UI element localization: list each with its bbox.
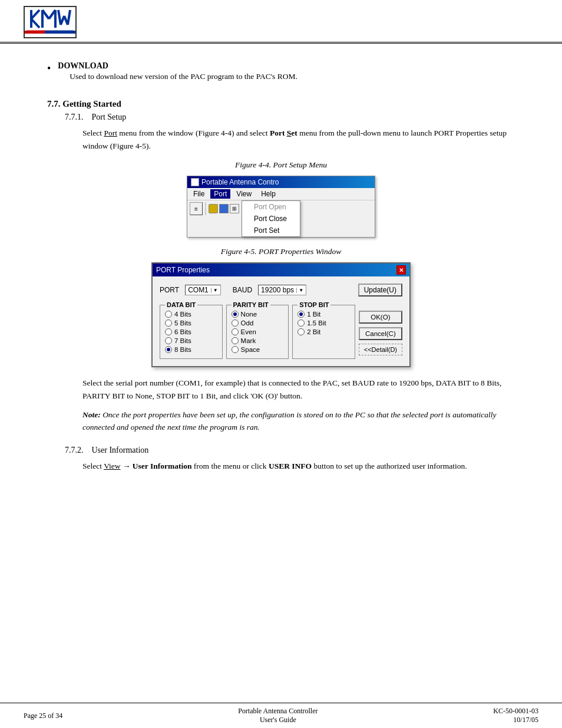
main-content: • DOWNLOAD Used to download new version … xyxy=(0,44,562,490)
radio-4bits-circle[interactable] xyxy=(165,311,172,318)
radio-mark-label: Mark xyxy=(241,337,256,344)
port-label: PORT xyxy=(160,286,179,294)
stop-bit-legend: STOP BIT xyxy=(297,301,330,308)
radio-2bit-circle[interactable] xyxy=(297,328,305,335)
radio-odd-circle[interactable] xyxy=(232,319,239,327)
port-close-btn[interactable]: ✕ xyxy=(396,265,406,275)
menu-bar: File Port View Help xyxy=(187,188,375,200)
download-section: • DOWNLOAD Used to download new version … xyxy=(47,61,515,83)
menu-port-open: Port Open xyxy=(242,201,300,213)
menu-port-set[interactable]: Port Set xyxy=(242,225,300,236)
radio-1bit: 1 Bit xyxy=(297,311,350,318)
radio-5bits-label: 5 Bits xyxy=(174,319,191,327)
menu-port-close[interactable]: Port Close xyxy=(242,213,300,225)
figure-4-4-caption: Figure 4-4. Port Setup Menu xyxy=(47,160,515,170)
radio-7bits: 7 Bits xyxy=(165,337,217,344)
menu-file[interactable]: File xyxy=(190,189,208,199)
baud-label: BAUD xyxy=(233,286,252,294)
detail-button[interactable]: <<Detail(D) xyxy=(359,344,402,355)
stop-bit-group: STOP BIT 1 Bit 1.5 Bit xyxy=(292,305,355,359)
radio-odd-label: Odd xyxy=(241,319,254,327)
subsection-label-7-7-2: 7.7.2. xyxy=(65,446,84,454)
svg-line-10 xyxy=(68,10,70,25)
subsection-7-7-2: 7.7.2. User Information xyxy=(65,446,515,455)
ok-button[interactable]: OK(O) xyxy=(359,311,402,324)
radio-even-label: Even xyxy=(241,328,256,335)
radio-6bits-circle[interactable] xyxy=(165,328,172,335)
radio-space-label: Space xyxy=(241,346,260,353)
radio-2bit-label: 2 Bit xyxy=(307,328,320,335)
baud-arrow: ▼ xyxy=(296,288,303,293)
footer-right: KC-50-0001-03 10/17/05 xyxy=(493,707,538,724)
radio-space-circle[interactable] xyxy=(232,346,239,353)
radio-1-5bit-label: 1.5 Bit xyxy=(307,319,326,327)
user-info-bold: User Information xyxy=(133,462,192,470)
radio-mark-circle[interactable] xyxy=(232,337,239,344)
radio-7bits-circle[interactable] xyxy=(165,337,172,344)
note-label: Note: xyxy=(82,410,101,419)
figure-4-4-screenshot: ▣ Portable Antenna Contro File Port View… xyxy=(47,176,515,238)
radio-1bit-circle[interactable] xyxy=(297,311,305,318)
radio-6bits-label: 6 Bits xyxy=(174,328,191,335)
radio-1-5bit-circle[interactable] xyxy=(297,319,305,327)
user-info-body: Select View → User Information from the … xyxy=(82,460,515,473)
radio-none-circle[interactable] xyxy=(232,311,239,318)
bullet-desc: Used to download new version of the PAC … xyxy=(70,72,297,81)
baud-select[interactable]: 19200 bps ▼ xyxy=(258,285,306,295)
radio-4bits-label: 4 Bits xyxy=(174,311,191,318)
menu-view[interactable]: View xyxy=(233,189,255,199)
radio-none-label: None xyxy=(241,311,257,318)
port-title-bar: PORT Properties ✕ xyxy=(153,263,409,276)
section-7-7: 7.7. Getting Started 7.7.1. Port Setup S… xyxy=(47,99,515,472)
toolbar-icon-blue xyxy=(219,204,229,213)
bullet-title: DOWNLOAD xyxy=(58,61,108,70)
radio-none: None xyxy=(232,311,284,318)
bullet-item-download: • DOWNLOAD Used to download new version … xyxy=(47,61,515,83)
logo-text xyxy=(27,7,74,37)
port-value: COM1 xyxy=(188,286,209,294)
footer-center-line2: User's Guide xyxy=(238,716,318,724)
port-right-buttons: OK(O) Cancel(C) <<Detail(D) xyxy=(359,305,402,355)
radio-8bits-label: 8 Bits xyxy=(174,346,191,353)
user-info-btn-bold: USER INFO xyxy=(269,462,312,470)
menu-window-title: Portable Antenna Contro xyxy=(201,178,279,186)
figure-4-5-caption: Figure 4-5. PORT Properties Window xyxy=(47,247,515,256)
menu-title-bar: ▣ Portable Antenna Contro xyxy=(187,176,375,188)
radio-1bit-label: 1 Bit xyxy=(307,311,320,318)
radio-6bits: 6 Bits xyxy=(165,328,217,335)
view-underline: View xyxy=(104,462,120,470)
footer-left: Page 25 of 34 xyxy=(24,711,62,720)
radio-even-circle[interactable] xyxy=(232,328,239,335)
port-setup-intro: Select Port menu from the window (Figure… xyxy=(82,127,515,152)
menu-window: ▣ Portable Antenna Contro File Port View… xyxy=(187,176,375,238)
toolbar-btn-1[interactable]: ≡ xyxy=(190,202,203,215)
port-groups: DATA BIT 4 Bits 5 Bits xyxy=(160,305,355,359)
port-window-title: PORT Properties xyxy=(156,266,210,274)
radio-mark: Mark xyxy=(232,337,284,344)
radio-space: Space xyxy=(232,346,284,353)
footer-center: Portable Antenna Controller User's Guide xyxy=(238,707,318,724)
menu-help[interactable]: Help xyxy=(257,189,279,199)
cancel-button[interactable]: Cancel(C) xyxy=(359,327,402,340)
bullet-dot: • xyxy=(47,61,51,76)
baud-value: 19200 bps xyxy=(261,286,294,294)
radio-8bits: 8 Bits xyxy=(165,346,217,353)
note-text: Note: Once the port properties have been… xyxy=(82,409,515,434)
subsection-title-7-7-2: User Information xyxy=(92,446,149,454)
radio-1-5bit: 1.5 Bit xyxy=(297,319,350,327)
parity-bit-group: PARITY BIT None Odd xyxy=(226,305,289,359)
svg-line-1 xyxy=(31,10,39,19)
subsection-title-7-7-1: Port Setup xyxy=(92,113,127,121)
svg-line-2 xyxy=(31,19,39,28)
port-arrow: ▼ xyxy=(211,288,218,293)
footer-right-line2: 10/17/05 xyxy=(493,716,538,724)
toolbar-icon-folder xyxy=(209,204,218,213)
menu-port[interactable]: Port xyxy=(210,189,230,199)
radio-5bits-circle[interactable] xyxy=(165,319,172,327)
radio-8bits-circle[interactable] xyxy=(165,346,172,353)
update-button[interactable]: Update(U) xyxy=(358,284,402,297)
toolbar: ≡ ⊞ xyxy=(187,200,242,217)
port-window: PORT Properties ✕ PORT COM1 ▼ xyxy=(151,262,411,367)
footer-right-line1: KC-50-0001-03 xyxy=(493,707,538,716)
port-select[interactable]: COM1 ▼ xyxy=(185,285,221,295)
